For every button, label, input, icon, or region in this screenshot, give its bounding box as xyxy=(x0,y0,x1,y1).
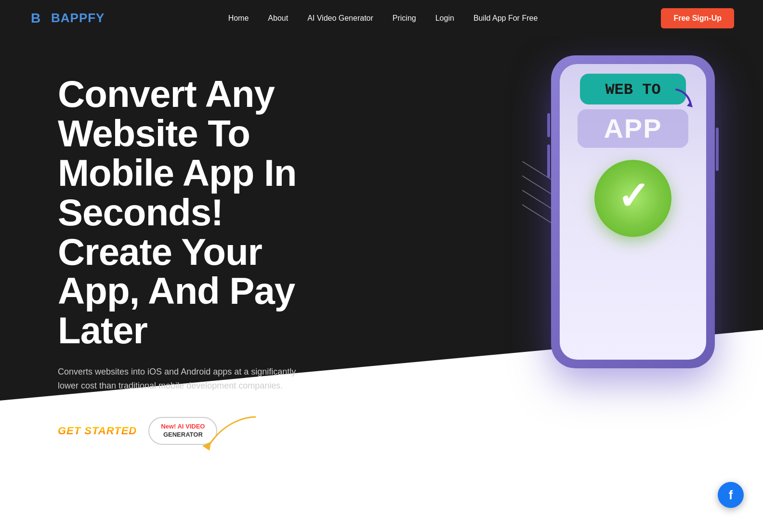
arrow-decoration xyxy=(197,412,260,453)
get-started-button[interactable]: GET STARTED xyxy=(58,425,137,437)
phone-mockup: WEB TO APP ✓ xyxy=(541,55,724,383)
phone-outer: WEB TO APP ✓ xyxy=(551,55,715,368)
logo-icon: B xyxy=(29,9,47,27)
hero-subtitle: Converts websites into iOS and Android a… xyxy=(58,365,308,393)
check-circle: ✓ xyxy=(594,160,671,237)
web-to-card: WEB TO xyxy=(580,74,686,104)
nav-link-build-app[interactable]: Build App For Free xyxy=(474,14,538,22)
nav-link-ai-video[interactable]: AI Video Generator xyxy=(307,14,373,22)
logo-text: BAPPFY xyxy=(51,11,105,26)
web-to-text: WEB TO xyxy=(592,82,674,98)
get-started-label: GET STARTED xyxy=(58,425,137,437)
check-symbol: ✓ xyxy=(617,177,649,216)
hero-title: Convert Any Website To Mobile App In Sec… xyxy=(58,75,347,350)
nav-item-pricing[interactable]: Pricing xyxy=(393,14,416,23)
free-signup-button[interactable]: Free Sign-Up xyxy=(661,8,734,28)
svg-text:B: B xyxy=(31,11,40,26)
hero-section: Convert Any Website To Mobile App In Sec… xyxy=(0,36,763,532)
card-arrow-svg xyxy=(672,86,697,110)
nav-links: Home About AI Video Generator Pricing Lo… xyxy=(228,14,538,23)
app-card: APP xyxy=(578,109,688,148)
app-text: APP xyxy=(587,115,679,142)
nav-item-build-app[interactable]: Build App For Free xyxy=(474,14,538,23)
nav-link-login[interactable]: Login xyxy=(435,14,454,22)
nav-item-about[interactable]: About xyxy=(268,14,288,23)
svg-marker-2 xyxy=(202,442,211,451)
logo[interactable]: B BAPPFY xyxy=(29,9,105,27)
nav-link-home[interactable]: Home xyxy=(228,14,249,22)
card-arrow xyxy=(672,86,697,112)
nav-item-ai-video[interactable]: AI Video Generator xyxy=(307,14,373,23)
nav-link-pricing[interactable]: Pricing xyxy=(393,14,416,22)
nav-item-home[interactable]: Home xyxy=(228,14,249,23)
phone-inner: WEB TO APP ✓ xyxy=(560,64,706,360)
phone-btn-right xyxy=(716,128,719,171)
hero-buttons: GET STARTED New! AI VIDEO GENERATOR xyxy=(58,417,347,445)
nav-item-login[interactable]: Login xyxy=(435,14,454,23)
navbar: B BAPPFY Home About AI Video Generator P… xyxy=(0,0,763,36)
phone-btn-left xyxy=(547,113,550,137)
facebook-button[interactable]: f xyxy=(718,482,744,508)
hero-content: Convert Any Website To Mobile App In Sec… xyxy=(0,36,347,445)
arrow-svg xyxy=(197,412,260,451)
facebook-icon: f xyxy=(729,488,733,503)
nav-link-about[interactable]: About xyxy=(268,14,288,22)
phone-btn-left2 xyxy=(547,144,550,178)
